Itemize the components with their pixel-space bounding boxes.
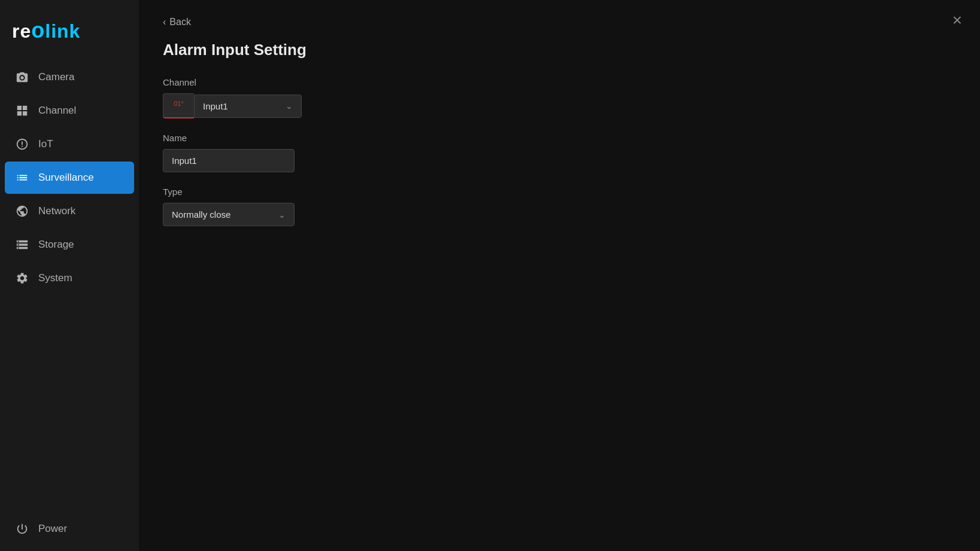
type-select-value: Normally close xyxy=(172,209,230,220)
sidebar-item-label: Camera xyxy=(38,71,74,83)
sidebar-item-storage[interactable]: Storage xyxy=(5,229,134,261)
sidebar-item-label: System xyxy=(38,272,72,284)
name-group: Name xyxy=(163,133,956,172)
channel-select[interactable]: Input1 ⌄ xyxy=(194,95,302,118)
sidebar-item-system[interactable]: System xyxy=(5,262,134,294)
chevron-down-icon: ⌄ xyxy=(278,210,286,220)
sidebar: reolink Camera Channel xyxy=(0,0,139,551)
power-icon xyxy=(14,521,30,537)
channel-group: Channel 01* Input1 ⌄ xyxy=(163,77,956,118)
name-input[interactable] xyxy=(163,149,295,172)
sidebar-item-label: Network xyxy=(38,205,75,217)
close-button[interactable]: × xyxy=(952,12,962,29)
sidebar-item-surveillance[interactable]: Surveillance xyxy=(5,162,134,194)
storage-icon xyxy=(14,237,30,252)
nav-menu: Camera Channel IoT xyxy=(0,61,139,512)
name-label: Name xyxy=(163,133,956,143)
sidebar-bottom: Power xyxy=(0,512,139,551)
logo-area: reolink xyxy=(0,12,139,61)
sidebar-item-channel[interactable]: Channel xyxy=(5,95,134,127)
back-label: Back xyxy=(169,17,191,28)
type-label: Type xyxy=(163,187,956,197)
sidebar-item-label: Channel xyxy=(38,105,76,117)
alarm-input-form: Channel 01* Input1 ⌄ Name Type Normally … xyxy=(163,77,956,226)
back-link[interactable]: ‹ Back xyxy=(163,17,191,28)
main-content: × ‹ Back Alarm Input Setting Channel 01*… xyxy=(139,0,980,551)
camera-icon xyxy=(14,69,30,85)
surveillance-icon xyxy=(14,170,30,185)
channel-select-value: Input1 xyxy=(203,101,228,111)
chevron-down-icon: ⌄ xyxy=(286,101,293,111)
channel-number: 01* xyxy=(163,93,194,118)
network-icon xyxy=(14,203,30,219)
sidebar-item-iot[interactable]: IoT xyxy=(5,128,134,160)
type-group: Type Normally close ⌄ xyxy=(163,187,956,226)
logo: reolink xyxy=(12,18,127,43)
channel-label: Channel xyxy=(163,77,956,87)
channel-asterisk: * xyxy=(181,100,183,107)
sidebar-item-camera[interactable]: Camera xyxy=(5,61,134,93)
iot-icon xyxy=(14,136,30,152)
sidebar-item-label: Surveillance xyxy=(38,172,94,184)
back-arrow-icon: ‹ xyxy=(163,17,166,28)
type-select[interactable]: Normally close ⌄ xyxy=(163,203,295,226)
power-label: Power xyxy=(38,523,67,535)
sidebar-item-label: Storage xyxy=(38,239,74,251)
sidebar-item-network[interactable]: Network xyxy=(5,195,134,227)
sidebar-item-label: IoT xyxy=(38,138,53,150)
channel-icon xyxy=(14,103,30,118)
page-title: Alarm Input Setting xyxy=(163,41,956,59)
system-icon xyxy=(14,270,30,286)
power-button[interactable]: Power xyxy=(14,521,125,537)
channel-row: 01* Input1 ⌄ xyxy=(163,93,956,118)
